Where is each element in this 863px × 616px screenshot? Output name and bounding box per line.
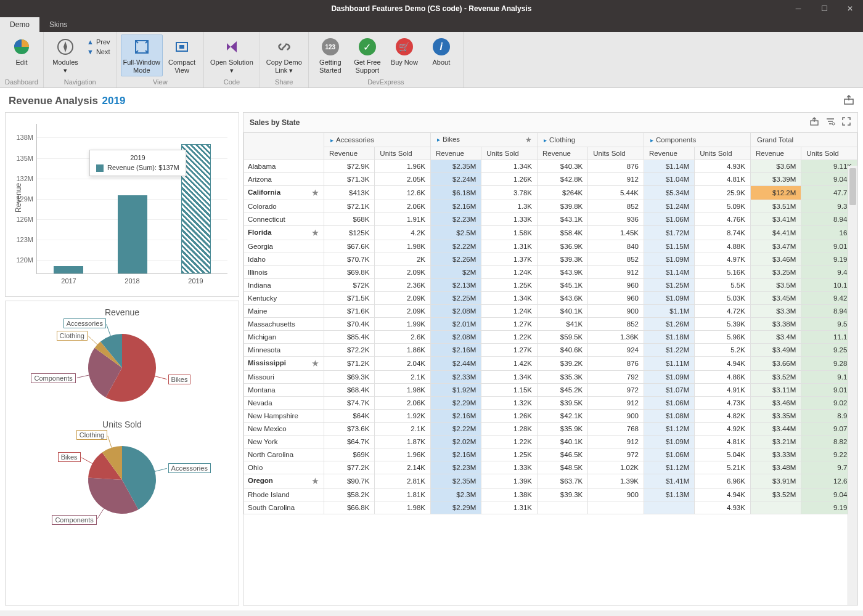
ribbon: Edit Dashboard Modules▾ ▲Prev ▼Next Navi… (0, 32, 863, 88)
grid-export-icon[interactable] (809, 116, 819, 128)
tab-skins[interactable]: Skins (39, 17, 77, 32)
grid-scrollbar[interactable] (848, 166, 857, 605)
123-icon: 123 (321, 37, 340, 57)
grid-filter-icon[interactable] (825, 116, 835, 128)
svg-rect-4 (179, 45, 184, 49)
revenue-pies: Revenue BikesComponentsClothingAccessori… (5, 301, 239, 606)
table-row[interactable]: Missouri $69.3K2.1K $2.33M1.34K $35.3K79… (244, 371, 857, 384)
svg-line-12 (81, 458, 92, 464)
table-row[interactable]: Colorado $72.1K2.06K $2.16M1.3K $39.8K85… (244, 200, 857, 213)
table-row[interactable]: Georgia $67.6K1.98K $2.22M1.31K $36.9K84… (244, 240, 857, 253)
group-devexpress: DevExpress (313, 76, 459, 86)
svg-line-13 (108, 436, 112, 448)
table-row[interactable]: New Mexico $73.6K2.1K $2.22M1.28K $35.9K… (244, 423, 857, 436)
pie-label-accessories: Accessories (63, 318, 106, 328)
pie-label-bikes: Bikes (168, 375, 191, 384)
group-view: View (121, 76, 200, 86)
svg-line-10 (155, 469, 166, 472)
window-title: Dashboard Features Demo (CS code) - Reve… (332, 4, 532, 13)
group-dashboard: Dashboard (4, 76, 39, 86)
table-row[interactable]: Florida★ $125K4.2K $2.5M1.58K $58.4K1.45… (244, 226, 857, 240)
pie-edit-icon (12, 37, 31, 57)
info-icon: i (432, 37, 451, 57)
page-year: 2019 (102, 95, 126, 107)
compact-view-button[interactable]: Compact View (164, 34, 200, 76)
table-row[interactable]: New Hampshire $64K1.92K $2.16M1.26K $42.… (244, 410, 857, 423)
table-row[interactable]: South Carolina $66.8K1.98K $2.29M1.31K 4… (244, 501, 857, 514)
svg-line-7 (77, 375, 89, 378)
table-row[interactable]: Alabama $72.9K1.96K $2.35M1.34K $40.3K87… (244, 160, 857, 173)
group-code: Code (208, 76, 256, 86)
grid-title: Sales by State (250, 118, 300, 127)
svg-line-6 (155, 376, 166, 379)
col-group-bikes[interactable]: ▸Bikes★ (430, 133, 537, 147)
table-row[interactable]: Kentucky $71.5K2.09K $2.25M1.34K $43.6K9… (244, 292, 857, 305)
export-icon[interactable] (843, 94, 854, 107)
full-window-mode-button[interactable]: Full-Window Mode (121, 34, 163, 76)
close-button[interactable]: ✕ (837, 0, 863, 17)
group-navigation: Navigation (47, 76, 113, 86)
table-row[interactable]: Rhode Island $58.2K1.81K $2.3M1.38K $39.… (244, 488, 857, 501)
table-row[interactable]: Indiana $72K2.36K $2.13M1.25K $45.1K960 … (244, 279, 857, 292)
table-row[interactable]: Oregon★ $90.7K2.81K $2.35M1.39K $63.7K1.… (244, 474, 857, 488)
svg-line-8 (88, 336, 97, 345)
table-row[interactable]: North Carolina $69K1.96K $2.16M1.25K $46… (244, 448, 857, 461)
grid-maximize-icon[interactable] (841, 116, 851, 128)
table-row[interactable]: California★ $413K12.6K $6.18M3.78K $264K… (244, 186, 857, 200)
titlebar: Dashboard Features Demo (CS code) - Reve… (0, 0, 863, 17)
cart-icon: 🛒 (395, 37, 414, 57)
svg-point-15 (832, 123, 835, 125)
bar-2018[interactable] (118, 195, 147, 274)
table-row[interactable]: Illinois $69.8K2.09K $2M1.24K $43.9K912 … (244, 266, 857, 279)
prev-button[interactable]: ▲Prev (87, 38, 110, 46)
pie-label-clothing: Clothing (57, 331, 88, 341)
svg-line-9 (107, 325, 111, 336)
get-free-support-button[interactable]: ✓ Get Free Support (350, 34, 385, 76)
open-solution-button[interactable]: Open Solution▾ (208, 34, 256, 76)
pie-label-components: Components (31, 373, 75, 383)
tab-demo[interactable]: Demo (0, 17, 39, 32)
table-row[interactable]: Michigan $85.4K2.6K $2.08M1.22K $59.5K1.… (244, 331, 857, 344)
table-row[interactable]: Ohio $77.2K2.14K $2.23M1.33K $48.5K1.02K… (244, 461, 857, 474)
table-row[interactable]: Mississippi★ $71.2K2.04K $2.44M1.42K $39… (244, 357, 857, 371)
edit-button[interactable]: Edit (4, 34, 39, 69)
group-share: Share (264, 76, 305, 86)
pie-label-accessories: Accessories (168, 463, 211, 473)
sales-by-state-grid: Sales by State ▸Accessories▸Bikes★▸Cloth… (243, 112, 858, 606)
page-title: Revenue Analysis (9, 95, 98, 107)
fullscreen-icon (132, 37, 152, 57)
col-group-grand-total[interactable]: Grand Total (750, 133, 857, 147)
table-row[interactable]: Connecticut $68K1.91K $2.23M1.33K $43.1K… (244, 213, 857, 226)
copy-demo-link-button[interactable]: Copy Demo Link ▾ (264, 34, 305, 76)
maximize-button[interactable]: ☐ (811, 0, 837, 17)
table-row[interactable]: Idaho $70.7K2K $2.26M1.37K $39.3K852 $1.… (244, 253, 857, 266)
table-row[interactable]: Arizona $71.3K2.05K $2.24M1.26K $42.8K91… (244, 173, 857, 186)
compact-icon (172, 37, 192, 57)
vs-icon (222, 37, 242, 57)
svg-line-11 (97, 509, 104, 519)
modules-button[interactable]: Modules▾ (47, 34, 83, 76)
col-group-components[interactable]: ▸Components (644, 133, 750, 147)
table-row[interactable]: Montana $68.4K1.98K $1.92M1.15K $45.2K97… (244, 384, 857, 397)
compass-icon (55, 37, 75, 57)
buy-now-button[interactable]: 🛒 Buy Now (387, 34, 422, 69)
support-icon: ✓ (358, 37, 377, 57)
ribbon-tabs: Demo Skins (0, 17, 863, 32)
table-row[interactable]: Maine $71.6K2.09K $2.08M1.24K $40.1K900 … (244, 305, 857, 318)
table-row[interactable]: New York $64.7K1.87K $2.02M1.22K $40.1K9… (244, 436, 857, 448)
link-icon (274, 37, 294, 57)
pie-label-clothing: Clothing (76, 430, 107, 440)
getting-started-button[interactable]: 123 Getting Started (313, 34, 348, 76)
table-row[interactable]: Massachusetts $70.4K1.99K $2.01M1.27K $4… (244, 318, 857, 331)
table-row[interactable]: Nevada $74.7K2.06K $2.29M1.32K $39.5K912… (244, 397, 857, 410)
col-group-accessories[interactable]: ▸Accessories (324, 133, 431, 147)
minimize-button[interactable]: ─ (785, 0, 811, 17)
col-group-clothing[interactable]: ▸Clothing (537, 133, 644, 147)
about-button[interactable]: i About (423, 34, 459, 69)
next-button[interactable]: ▼Next (87, 48, 110, 55)
pie-label-bikes: Bikes (58, 452, 81, 462)
table-row[interactable]: Minnesota $72.2K1.86K $2.16M1.27K $40.6K… (244, 344, 857, 357)
bar-2017[interactable] (54, 266, 83, 274)
revenue-bar-chart: Revenue 120M123M126M129M132M135M138M2017… (5, 112, 239, 297)
bar-tooltip: 2019 Revenue (Sum): $137M (89, 150, 186, 176)
